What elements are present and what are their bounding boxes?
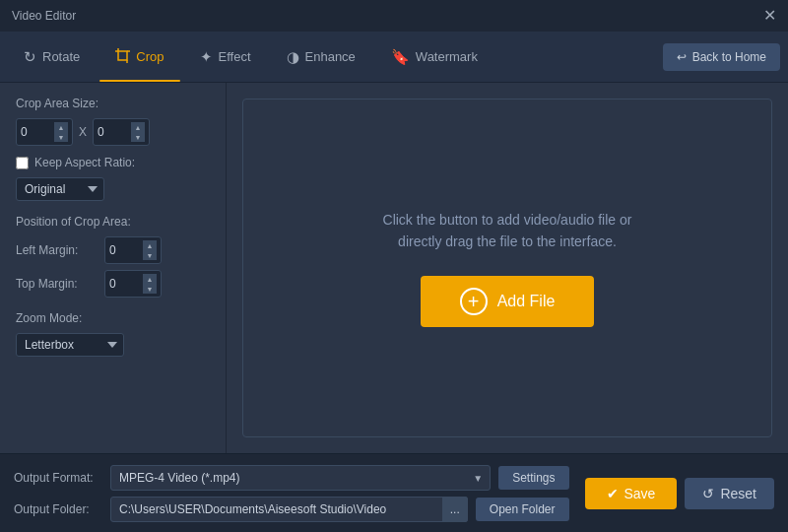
aspect-ratio-select[interactable]: Original 16:9 4:3 1:1 Custom <box>16 177 104 201</box>
crop-area-label: Crop Area Size: <box>16 97 210 110</box>
main-content: Crop Area Size: ▲ ▼ X ▲ ▼ Keep Aspect Ra… <box>0 83 788 453</box>
left-margin-down[interactable]: ▼ <box>143 250 157 260</box>
watermark-icon: 🔖 <box>391 48 410 66</box>
close-button[interactable]: ✕ <box>763 8 776 24</box>
zoom-mode-label: Zoom Mode: <box>16 311 210 325</box>
crop-icon <box>115 48 130 66</box>
aspect-ratio-row: Keep Aspect Ratio: <box>16 156 210 169</box>
top-margin-field[interactable] <box>109 277 143 291</box>
top-margin-down[interactable]: ▼ <box>143 284 157 294</box>
add-file-button[interactable]: + Add File <box>421 276 595 327</box>
zoom-mode-select[interactable]: Letterbox Pan & Scan Full <box>16 333 124 357</box>
tab-crop-label: Crop <box>136 49 164 64</box>
tab-enhance[interactable]: ◑ Enhance <box>271 40 371 74</box>
tab-crop[interactable]: Crop <box>99 40 179 74</box>
save-check-icon: ✔ <box>607 486 619 501</box>
left-margin-spinners: ▲ ▼ <box>143 240 157 260</box>
effect-icon: ✦ <box>200 48 213 66</box>
rotate-icon: ↻ <box>24 48 36 66</box>
output-folder-input[interactable] <box>110 497 468 522</box>
save-button[interactable]: ✔ Save <box>585 478 678 509</box>
top-margin-row: Top Margin: ▲ ▼ <box>16 270 210 298</box>
tab-effect-label: Effect <box>219 49 251 64</box>
format-select-wrapper: MPEG-4 Video (*.mp4) AVI Video (*.avi) M… <box>110 465 491 491</box>
preview-area: Click the button to add video/audio file… <box>242 99 772 437</box>
open-folder-button[interactable]: Open Folder <box>476 498 569 521</box>
tab-rotate[interactable]: ↻ Rotate <box>8 40 96 74</box>
reset-label: Reset <box>720 486 756 501</box>
top-margin-up[interactable]: ▲ <box>143 274 157 284</box>
folder-input-wrapper: ... <box>110 497 468 522</box>
left-margin-up[interactable]: ▲ <box>143 240 157 250</box>
output-format-select[interactable]: MPEG-4 Video (*.mp4) AVI Video (*.avi) M… <box>110 465 491 491</box>
bottom-left-content: Output Format: MPEG-4 Video (*.mp4) AVI … <box>14 465 569 522</box>
crop-width-input[interactable]: ▲ ▼ <box>16 118 73 146</box>
add-file-icon: + <box>460 288 488 315</box>
top-margin-input[interactable]: ▲ ▼ <box>104 270 162 298</box>
enhance-icon: ◑ <box>287 48 299 66</box>
tab-effect[interactable]: ✦ Effect <box>184 40 267 74</box>
crop-width-up[interactable]: ▲ <box>54 122 68 132</box>
app-title: Video Editor <box>12 9 76 23</box>
tab-watermark-label: Watermark <box>416 49 478 64</box>
bottom-bar: Output Format: MPEG-4 Video (*.mp4) AVI … <box>0 453 788 532</box>
add-file-label: Add File <box>497 293 556 310</box>
tab-watermark[interactable]: 🔖 Watermark <box>375 40 493 74</box>
bottom-actions-row: Output Format: MPEG-4 Video (*.mp4) AVI … <box>14 465 774 522</box>
title-bar: Video Editor ✕ <box>0 0 788 32</box>
crop-height-down[interactable]: ▼ <box>131 132 145 142</box>
reset-button[interactable]: ↺ Reset <box>685 478 774 509</box>
crop-height-field[interactable] <box>98 125 131 139</box>
tab-rotate-label: Rotate <box>42 49 80 64</box>
x-separator: X <box>79 125 87 139</box>
tab-bar: ↻ Rotate Crop ✦ Effect ◑ Enhance 🔖 Water… <box>0 32 788 83</box>
reset-icon: ↺ <box>702 486 714 501</box>
folder-browse-button[interactable]: ... <box>442 497 468 522</box>
left-margin-row: Left Margin: ▲ ▼ <box>16 236 210 264</box>
position-label: Position of Crop Area: <box>16 215 210 229</box>
keep-aspect-checkbox[interactable] <box>16 157 29 169</box>
left-margin-label: Left Margin: <box>16 243 98 257</box>
output-folder-row: Output Folder: ... Open Folder <box>14 497 569 522</box>
keep-aspect-label[interactable]: Keep Aspect Ratio: <box>34 156 135 169</box>
left-panel: Crop Area Size: ▲ ▼ X ▲ ▼ Keep Aspect Ra… <box>0 83 227 453</box>
crop-width-spinners: ▲ ▼ <box>54 122 68 142</box>
back-to-home-label: Back to Home <box>692 50 766 64</box>
output-folder-label: Output Folder: <box>14 502 102 516</box>
output-format-row: Output Format: MPEG-4 Video (*.mp4) AVI … <box>14 465 569 491</box>
svg-rect-0 <box>118 51 127 60</box>
crop-height-input[interactable]: ▲ ▼ <box>93 118 150 146</box>
zoom-section: Zoom Mode: Letterbox Pan & Scan Full <box>16 311 210 357</box>
crop-size-row: ▲ ▼ X ▲ ▼ <box>16 118 210 146</box>
crop-height-spinners: ▲ ▼ <box>131 122 145 142</box>
top-margin-label: Top Margin: <box>16 277 98 291</box>
position-section: Position of Crop Area: Left Margin: ▲ ▼ … <box>16 215 210 298</box>
top-margin-spinners: ▲ ▼ <box>143 274 157 294</box>
tab-enhance-label: Enhance <box>305 49 356 64</box>
back-icon: ↩ <box>677 50 687 64</box>
settings-button[interactable]: Settings <box>498 466 568 490</box>
back-to-home-button[interactable]: ↩ Back to Home <box>663 43 780 71</box>
preview-prompt-text: Click the button to add video/audio file… <box>383 209 632 253</box>
crop-width-down[interactable]: ▼ <box>54 132 68 142</box>
save-reset-group: ✔ Save ↺ Reset <box>585 478 775 509</box>
left-margin-input[interactable]: ▲ ▼ <box>104 236 162 264</box>
right-panel: Click the button to add video/audio file… <box>227 83 788 453</box>
crop-height-up[interactable]: ▲ <box>131 122 145 132</box>
crop-width-field[interactable] <box>21 125 54 139</box>
left-margin-field[interactable] <box>109 243 143 257</box>
output-format-label: Output Format: <box>14 471 102 485</box>
save-label: Save <box>624 486 656 501</box>
